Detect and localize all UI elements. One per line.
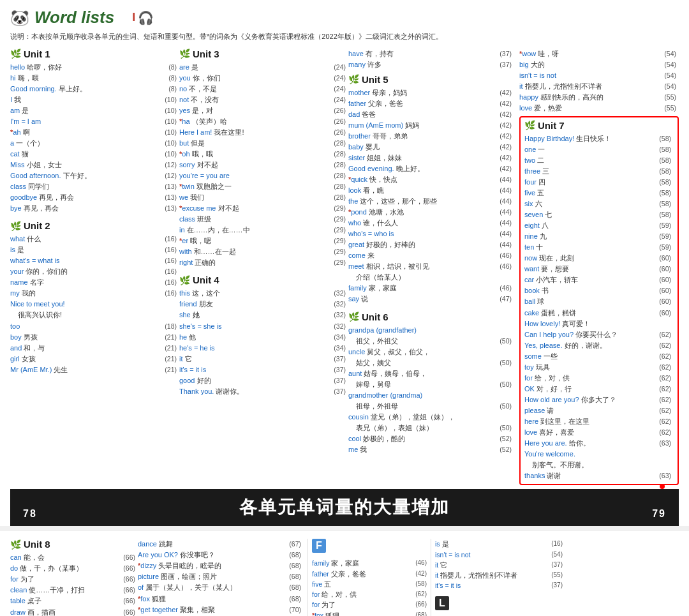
alpha-ilm-col: is 是(16) isn't = is not(54) it 它(37) it … <box>435 539 563 616</box>
word-entry: it 指婴儿，尤指性别不详者(54) <box>519 81 679 92</box>
unit2-words: what 什么(16) is 是(16) what's = what is(16… <box>10 234 179 375</box>
word-entry: one 一(58) <box>524 144 674 155</box>
small-word-entry: for 为了(66) <box>312 599 427 610</box>
word-entry: cat 猫(10) <box>10 149 179 160</box>
unit4-section: 🌿 Unit 4 this 这，这个(32) friend 朋友(32) she… <box>179 274 348 396</box>
letter-l-header: L <box>435 596 449 610</box>
word-entry: ten 十(59) <box>524 242 674 253</box>
word-entry: cousin 堂兄（弟），堂姐（妹）， <box>348 412 514 423</box>
word-entry: some 一些(62) <box>524 351 674 362</box>
word-entry: 婶母，舅母(50) <box>348 379 514 390</box>
word-entry: he 他(34) <box>179 332 348 343</box>
word-entry: father 父亲，爸爸(42) <box>348 98 514 109</box>
word-entry: *er 哦，嗯(29) <box>179 236 348 246</box>
alpha-f-header: F <box>312 539 427 555</box>
unit2-header: 🌿 Unit 2 <box>10 220 179 231</box>
small-word-entry: for 给，对，供(62) <box>312 589 427 599</box>
word-entry: a 一（个）(10) <box>10 138 179 149</box>
word-entry: love 爱，热爱(55) <box>519 103 679 114</box>
word-entry: are 是(24) <box>179 62 348 73</box>
word-entry: uncle 舅父，叔父，伯父， <box>348 347 514 357</box>
col-divider-2 <box>431 539 431 616</box>
word-entry: big 大的(54) <box>519 59 679 70</box>
word-entry: Thank you. 谢谢你。(37) <box>179 386 348 397</box>
page-container: 🐼 Word lists I 🎧 说明：本表按单元顺序收录各单元的生词、短语和重… <box>0 0 689 616</box>
word-entry: of 属于（某人），关于（某人）(68) <box>138 582 304 593</box>
word-entry: grandmother (grandma) <box>348 390 514 401</box>
unit7-column: *wow 哇，呀(54) big 大的(54) isn't = is not(5… <box>514 49 679 486</box>
top-page: 🐼 Word lists I 🎧 说明：本表按单元顺序收录各单元的生词、短语和重… <box>0 0 689 526</box>
unit1-section: 🌿 Unit 1 hello 哈啰，你好(8) hi 嗨，喂(8) Good m… <box>10 49 179 214</box>
unit8-extra-words: dance 跳舞(67) Are you OK? 你没事吧？(68) *dizz… <box>138 539 304 616</box>
unit8-section: 🌿 Unit 8 can 能，会(66) do 做，干，办（某事）(66) fo… <box>10 539 138 616</box>
word-entry: Are you OK? 你没事吧？(68) <box>138 550 304 560</box>
unit4-header: 🌿 Unit 4 <box>179 274 348 285</box>
word-entry: want 要，想要(60) <box>524 264 674 274</box>
header-icons: I 🎧 <box>132 10 154 26</box>
word-entry: many 许多(37) <box>348 59 514 70</box>
word-entry: seven 七(58) <box>524 209 674 220</box>
word-entry: class 同学们(13) <box>10 181 179 192</box>
word-entry: two 二(58) <box>524 155 674 166</box>
word-entry: thanks 谢谢(63) <box>524 470 674 481</box>
word-entry: name 名字(16) <box>10 277 179 288</box>
word-entry: picture 图画，绘画；照片(68) <box>138 571 304 582</box>
word-entry: but 但是(28) <box>179 138 348 149</box>
word-entry: with 和……在一起(29) <box>179 246 348 257</box>
word-entry: three 三(58) <box>524 166 674 177</box>
word-entry: too(18) <box>10 321 179 332</box>
word-entry: Yes, please. 好的，谢谢。(62) <box>524 340 674 351</box>
word-entry: *dizzy 头晕目眩的，眩晕的(68) <box>138 560 304 571</box>
word-entry: happy 感到快乐的，高兴的(55) <box>519 92 679 103</box>
word-entry: table 桌子(66) <box>10 596 138 606</box>
word-entry: it's = it is(37) <box>179 364 348 375</box>
word-entry: and 和，与(21) <box>10 343 179 354</box>
word-entry: class 班级(29) <box>179 214 348 225</box>
word-entry: dance 跳舞(67) <box>138 539 304 550</box>
unit5-title: Unit 5 <box>362 74 389 85</box>
unit3-words: are 是(24) you 你，你们(24) no 不，不是(24) not 不… <box>179 62 348 269</box>
unit4-words: this 这，这个(32) friend 朋友(32) she 她(32) sh… <box>179 288 348 396</box>
word-entry: aunt 姑母，姨母，伯母， <box>348 368 514 379</box>
unit6-header: 🌿 Unit 6 <box>348 312 514 322</box>
word-entry: no 不，不是(24) <box>179 84 348 94</box>
word-entry: family 家，家庭(46) <box>348 283 514 294</box>
unit7-title: Unit 7 <box>538 120 565 131</box>
word-entry: goodbye 再见，再会(13) <box>10 192 179 203</box>
word-entry: Good evening. 晚上好。(42) <box>348 163 514 174</box>
word-lists-header: 🐼 Word lists I 🎧 <box>10 8 679 27</box>
word-entry: 祖父，外祖父(50) <box>348 336 514 347</box>
word-entry: friend 朋友(32) <box>179 299 348 310</box>
word-entry: it 它(37) <box>179 354 348 364</box>
word-entry: Here I am! 我在这里!(26) <box>179 127 348 138</box>
word-entry: bye 再见，再会(13) <box>10 203 179 214</box>
word-entry: cake 蛋糕，糕饼(60) <box>524 308 674 319</box>
word-entry: she's = she is(32) <box>179 321 348 332</box>
leaf-icon-8: 🌿 <box>10 539 21 550</box>
unit8-title: Unit 8 <box>24 539 50 550</box>
word-entry: sorry 对不起(28) <box>179 160 348 170</box>
word-entry: 姑父，姨父(50) <box>348 357 514 368</box>
word-entry: who's = who is(44) <box>348 229 514 239</box>
unit7-above: *wow 哇，呀(54) big 大的(54) isn't = is not(5… <box>519 49 679 114</box>
word-entry: Can I help you? 你要买什么？(62) <box>524 329 674 340</box>
word-entry: *wow 哇，呀(54) <box>519 49 679 59</box>
unit6-words: grandpa (grandfather) 祖父，外祖父(50) uncle 舅… <box>348 325 514 456</box>
word-entry: the 这个，这些，那个，那些(44) <box>348 196 514 207</box>
right-large-section: have 有，持有(37) many 许多(37) 🌿 Unit 5 mothe… <box>348 49 679 486</box>
word-entry: we 我们(28) <box>179 192 348 203</box>
unit5-words: mother 母亲，妈妈(42) father 父亲，爸爸(42) dad 爸爸… <box>348 87 514 305</box>
word-entry: is 是(16) <box>10 244 179 255</box>
unit1-words: hello 哈啰，你好(8) hi 嗨，喂(8) Good morning. 早… <box>10 62 179 214</box>
unit2-section: 🌿 Unit 2 what 什么(16) is 是(16) what's = w… <box>10 220 179 375</box>
word-entry: ball 球(60) <box>524 296 674 307</box>
unit3-header: 🌿 Unit 3 <box>179 49 348 59</box>
unit6-title: Unit 6 <box>362 312 389 322</box>
unit2-title: Unit 2 <box>24 220 50 231</box>
word-entry: here 到这里，在这里(62) <box>524 416 674 427</box>
word-entry: this 这，这个(32) <box>179 288 348 299</box>
word-entry: what's = what is(16) <box>10 255 179 266</box>
letter-f-header: F <box>312 539 326 553</box>
leaf-icon-7: 🌿 <box>524 120 535 130</box>
word-entry: grandpa (grandfather) <box>348 325 514 336</box>
